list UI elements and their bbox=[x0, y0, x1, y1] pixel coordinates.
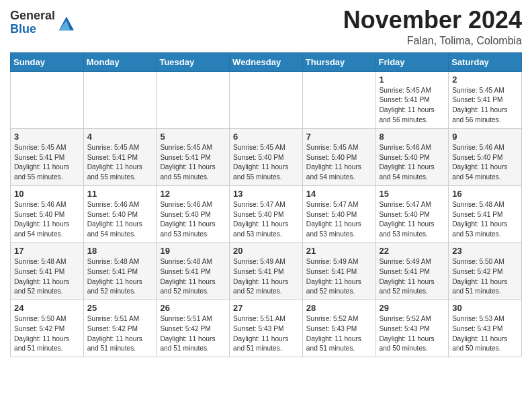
day-info: Sunrise: 5:49 AM Sunset: 5:41 PM Dayligh… bbox=[306, 257, 372, 297]
day-info: Sunrise: 5:52 AM Sunset: 5:43 PM Dayligh… bbox=[380, 314, 445, 354]
day-cell-3: 3Sunrise: 5:45 AM Sunset: 5:41 PM Daylig… bbox=[11, 128, 84, 185]
day-cell-4: 4Sunrise: 5:45 AM Sunset: 5:41 PM Daylig… bbox=[83, 128, 157, 185]
day-info: Sunrise: 5:45 AM Sunset: 5:41 PM Dayligh… bbox=[14, 143, 80, 183]
empty-cell bbox=[11, 71, 84, 128]
day-number: 24 bbox=[14, 303, 80, 313]
day-info: Sunrise: 5:46 AM Sunset: 5:40 PM Dayligh… bbox=[380, 143, 445, 183]
day-number: 12 bbox=[160, 189, 226, 199]
weekday-header-row: SundayMondayTuesdayWednesdayThursdayFrid… bbox=[11, 52, 522, 71]
month-title: November 2024 bbox=[343, 7, 522, 34]
empty-cell bbox=[230, 71, 303, 128]
day-cell-10: 10Sunrise: 5:46 AM Sunset: 5:40 PM Dayli… bbox=[11, 185, 84, 242]
week-row-5: 24Sunrise: 5:50 AM Sunset: 5:42 PM Dayli… bbox=[11, 300, 522, 357]
weekday-header-saturday: Saturday bbox=[449, 52, 522, 71]
day-number: 27 bbox=[233, 303, 299, 313]
day-cell-6: 6Sunrise: 5:45 AM Sunset: 5:40 PM Daylig… bbox=[230, 128, 303, 185]
day-cell-25: 25Sunrise: 5:51 AM Sunset: 5:42 PM Dayli… bbox=[83, 300, 157, 357]
weekday-header-sunday: Sunday bbox=[11, 52, 84, 71]
day-number: 30 bbox=[452, 303, 518, 313]
day-info: Sunrise: 5:51 AM Sunset: 5:42 PM Dayligh… bbox=[87, 314, 153, 354]
day-cell-9: 9Sunrise: 5:46 AM Sunset: 5:40 PM Daylig… bbox=[449, 128, 522, 185]
day-info: Sunrise: 5:47 AM Sunset: 5:40 PM Dayligh… bbox=[306, 200, 372, 240]
day-info: Sunrise: 5:45 AM Sunset: 5:40 PM Dayligh… bbox=[233, 143, 299, 183]
day-info: Sunrise: 5:45 AM Sunset: 5:41 PM Dayligh… bbox=[87, 143, 153, 183]
day-info: Sunrise: 5:53 AM Sunset: 5:43 PM Dayligh… bbox=[452, 314, 518, 354]
day-cell-17: 17Sunrise: 5:48 AM Sunset: 5:41 PM Dayli… bbox=[11, 242, 84, 300]
day-info: Sunrise: 5:45 AM Sunset: 5:41 PM Dayligh… bbox=[380, 86, 445, 126]
day-cell-20: 20Sunrise: 5:49 AM Sunset: 5:41 PM Dayli… bbox=[230, 242, 303, 300]
day-cell-24: 24Sunrise: 5:50 AM Sunset: 5:42 PM Dayli… bbox=[11, 300, 84, 357]
day-info: Sunrise: 5:47 AM Sunset: 5:40 PM Dayligh… bbox=[380, 200, 445, 240]
day-number: 22 bbox=[380, 246, 445, 256]
location: Falan, Tolima, Colombia bbox=[343, 35, 522, 47]
day-info: Sunrise: 5:46 AM Sunset: 5:40 PM Dayligh… bbox=[160, 200, 226, 240]
empty-cell bbox=[302, 71, 375, 128]
day-info: Sunrise: 5:45 AM Sunset: 5:40 PM Dayligh… bbox=[306, 143, 372, 183]
day-number: 13 bbox=[233, 189, 299, 199]
day-number: 6 bbox=[233, 132, 299, 142]
day-number: 20 bbox=[233, 246, 299, 256]
day-info: Sunrise: 5:49 AM Sunset: 5:41 PM Dayligh… bbox=[380, 257, 445, 297]
day-number: 10 bbox=[14, 189, 80, 199]
weekday-header-friday: Friday bbox=[375, 52, 449, 71]
logo-blue: Blue bbox=[10, 22, 36, 36]
day-info: Sunrise: 5:48 AM Sunset: 5:41 PM Dayligh… bbox=[160, 257, 226, 297]
calendar: SundayMondayTuesdayWednesdayThursdayFrid… bbox=[10, 52, 522, 358]
logo-general: General bbox=[10, 9, 55, 22]
day-cell-28: 28Sunrise: 5:52 AM Sunset: 5:43 PM Dayli… bbox=[302, 300, 375, 357]
day-number: 11 bbox=[87, 189, 153, 199]
day-number: 2 bbox=[452, 75, 518, 85]
day-info: Sunrise: 5:47 AM Sunset: 5:40 PM Dayligh… bbox=[233, 200, 299, 240]
day-number: 8 bbox=[380, 132, 445, 142]
day-cell-21: 21Sunrise: 5:49 AM Sunset: 5:41 PM Dayli… bbox=[302, 242, 375, 300]
day-info: Sunrise: 5:48 AM Sunset: 5:41 PM Dayligh… bbox=[87, 257, 153, 297]
day-cell-15: 15Sunrise: 5:47 AM Sunset: 5:40 PM Dayli… bbox=[375, 185, 449, 242]
day-number: 21 bbox=[306, 246, 372, 256]
day-cell-2: 2Sunrise: 5:45 AM Sunset: 5:41 PM Daylig… bbox=[449, 71, 522, 128]
day-number: 19 bbox=[160, 246, 226, 256]
weekday-header-tuesday: Tuesday bbox=[157, 52, 230, 71]
day-info: Sunrise: 5:48 AM Sunset: 5:41 PM Dayligh… bbox=[14, 257, 80, 297]
day-info: Sunrise: 5:46 AM Sunset: 5:40 PM Dayligh… bbox=[14, 200, 80, 240]
day-info: Sunrise: 5:45 AM Sunset: 5:41 PM Dayligh… bbox=[452, 86, 518, 126]
day-number: 26 bbox=[160, 303, 226, 313]
day-number: 9 bbox=[452, 132, 518, 142]
day-cell-18: 18Sunrise: 5:48 AM Sunset: 5:41 PM Dayli… bbox=[83, 242, 157, 300]
weekday-header-monday: Monday bbox=[83, 52, 157, 71]
day-info: Sunrise: 5:49 AM Sunset: 5:41 PM Dayligh… bbox=[233, 257, 299, 297]
day-info: Sunrise: 5:50 AM Sunset: 5:42 PM Dayligh… bbox=[452, 257, 518, 297]
day-cell-30: 30Sunrise: 5:53 AM Sunset: 5:43 PM Dayli… bbox=[449, 300, 522, 357]
empty-cell bbox=[157, 71, 230, 128]
logo-area: General Blue bbox=[10, 7, 75, 36]
day-cell-22: 22Sunrise: 5:49 AM Sunset: 5:41 PM Dayli… bbox=[375, 242, 449, 300]
day-info: Sunrise: 5:48 AM Sunset: 5:41 PM Dayligh… bbox=[452, 200, 518, 240]
day-cell-23: 23Sunrise: 5:50 AM Sunset: 5:42 PM Dayli… bbox=[449, 242, 522, 300]
day-cell-7: 7Sunrise: 5:45 AM Sunset: 5:40 PM Daylig… bbox=[302, 128, 375, 185]
header: General Blue November 2024 Falan, Tolima… bbox=[10, 7, 522, 47]
day-number: 17 bbox=[14, 246, 80, 256]
day-number: 16 bbox=[452, 189, 518, 199]
day-info: Sunrise: 5:50 AM Sunset: 5:42 PM Dayligh… bbox=[14, 314, 80, 354]
day-cell-16: 16Sunrise: 5:48 AM Sunset: 5:41 PM Dayli… bbox=[449, 185, 522, 242]
day-number: 7 bbox=[306, 132, 372, 142]
day-number: 29 bbox=[380, 303, 445, 313]
day-cell-14: 14Sunrise: 5:47 AM Sunset: 5:40 PM Dayli… bbox=[302, 185, 375, 242]
day-cell-13: 13Sunrise: 5:47 AM Sunset: 5:40 PM Dayli… bbox=[230, 185, 303, 242]
day-number: 28 bbox=[306, 303, 372, 313]
week-row-4: 17Sunrise: 5:48 AM Sunset: 5:41 PM Dayli… bbox=[11, 242, 522, 300]
day-number: 3 bbox=[14, 132, 80, 142]
day-number: 5 bbox=[160, 132, 226, 142]
weekday-header-thursday: Thursday bbox=[302, 52, 375, 71]
empty-cell bbox=[83, 71, 157, 128]
weekday-header-wednesday: Wednesday bbox=[230, 52, 303, 71]
day-info: Sunrise: 5:52 AM Sunset: 5:43 PM Dayligh… bbox=[306, 314, 372, 354]
day-info: Sunrise: 5:46 AM Sunset: 5:40 PM Dayligh… bbox=[452, 143, 518, 183]
week-row-3: 10Sunrise: 5:46 AM Sunset: 5:40 PM Dayli… bbox=[11, 185, 522, 242]
day-cell-5: 5Sunrise: 5:45 AM Sunset: 5:41 PM Daylig… bbox=[157, 128, 230, 185]
day-cell-12: 12Sunrise: 5:46 AM Sunset: 5:40 PM Dayli… bbox=[157, 185, 230, 242]
day-cell-29: 29Sunrise: 5:52 AM Sunset: 5:43 PM Dayli… bbox=[375, 300, 449, 357]
day-cell-26: 26Sunrise: 5:51 AM Sunset: 5:42 PM Dayli… bbox=[157, 300, 230, 357]
week-row-2: 3Sunrise: 5:45 AM Sunset: 5:41 PM Daylig… bbox=[11, 128, 522, 185]
logo-text: General Blue bbox=[10, 9, 55, 36]
day-cell-11: 11Sunrise: 5:46 AM Sunset: 5:40 PM Dayli… bbox=[83, 185, 157, 242]
